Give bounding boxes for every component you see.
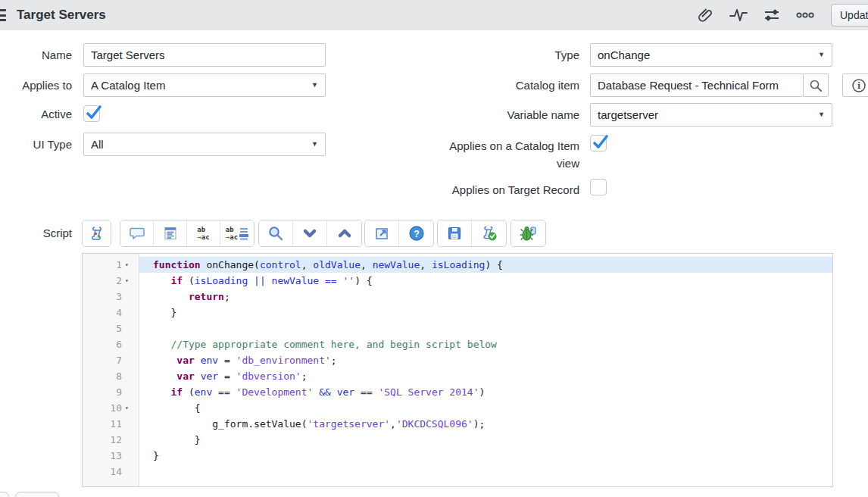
code-line: 6 //Type appropriate comment here, and b… <box>83 336 832 352</box>
save-script-button[interactable] <box>438 220 472 246</box>
debug-icon <box>520 225 538 242</box>
variable-name-value: targetserver <box>598 108 658 121</box>
variable-name-select[interactable]: targetserver ▼ <box>590 103 832 127</box>
help-button[interactable]: ? <box>399 220 433 246</box>
more-options-button[interactable] <box>795 6 815 24</box>
name-input[interactable] <box>83 43 326 67</box>
page-title: Target Servers <box>17 0 106 30</box>
attachment-button[interactable] <box>695 6 715 24</box>
catalog-item-label: Catalog item <box>454 73 579 97</box>
form-context-menu-icon[interactable] <box>0 9 6 24</box>
script-editor[interactable]: 1▾function onChange(control, oldValue, n… <box>82 253 833 487</box>
bottom-button-partial[interactable] <box>0 492 9 497</box>
comment-icon <box>129 226 145 241</box>
replace-all-icon: ab →ac <box>226 226 238 241</box>
help-icon: ? <box>408 225 425 242</box>
syntax-check-button[interactable] <box>472 220 506 246</box>
syntax-editor-toggle-button[interactable] <box>83 220 111 246</box>
open-in-new-window-icon <box>374 226 389 241</box>
chevron-up-icon <box>337 227 352 239</box>
ui-type-label: UI Type <box>0 133 72 156</box>
syntax-check-icon <box>481 225 498 242</box>
toolbar-group-find <box>258 220 362 247</box>
code-line: 10▾ { <box>83 400 832 416</box>
svg-text:?: ? <box>414 229 420 239</box>
ui-type-select[interactable]: All ▼ <box>83 133 326 156</box>
replace-all-button[interactable]: ab →ac <box>220 220 254 246</box>
replace-button[interactable]: ab →ac <box>187 220 220 246</box>
toolbar-group-syntax <box>82 220 111 247</box>
syntax-editor-icon <box>89 225 105 242</box>
check-icon <box>85 104 103 122</box>
svg-text:i: i <box>857 81 860 91</box>
code-area: 1▾function onChange(control, oldValue, n… <box>83 257 832 480</box>
search-button[interactable] <box>259 220 293 246</box>
type-value: onChange <box>598 48 650 61</box>
more-options-icon <box>795 6 815 24</box>
applies-catalog-view-checkbox[interactable] <box>590 135 607 152</box>
code-line: 8 var ver = 'dbversion'; <box>83 368 832 384</box>
search-icon <box>808 78 823 93</box>
name-label: Name <box>0 43 72 67</box>
find-next-button[interactable] <box>293 220 327 246</box>
reference-lookup-button[interactable] <box>803 73 829 97</box>
chevron-down-icon: ▼ <box>818 104 825 126</box>
code-line: 9 if (env == 'Development' && ver == 'SQ… <box>83 384 832 400</box>
lines-icon <box>239 226 248 241</box>
script-label: Script <box>0 221 72 245</box>
code-line: 5 <box>83 320 832 336</box>
code-line: 1▾function onChange(control, oldValue, n… <box>83 257 832 273</box>
open-in-new-window-button[interactable] <box>365 220 399 246</box>
code-line: 14 <box>83 464 832 480</box>
type-select[interactable]: onChange ▼ <box>590 43 832 67</box>
format-code-icon <box>163 226 178 241</box>
chevron-down-icon: ▼ <box>311 133 318 155</box>
applies-to-label: Applies to <box>0 73 72 97</box>
code-line: 3 return; <box>83 289 832 305</box>
code-line: 12 } <box>83 432 832 448</box>
toolbar-group-save <box>437 220 507 247</box>
toolbar-group-window: ? <box>364 220 434 247</box>
bottom-button-partial[interactable] <box>15 492 59 497</box>
personalize-form-button[interactable] <box>762 6 782 24</box>
code-line: 2▾ if (isLoading || newValue == '') { <box>83 273 832 289</box>
pulse-icon <box>729 6 748 24</box>
activity-stream-button[interactable] <box>729 6 748 24</box>
code-line: 11 g_form.setValue('targetserver','DKCDC… <box>83 416 832 432</box>
applies-target-record-checkbox[interactable] <box>590 179 607 195</box>
code-line: 7 var env = 'db_environment'; <box>83 352 832 368</box>
applies-target-record-label: Applies on Target Record <box>447 181 579 198</box>
ui-type-value: All <box>91 138 104 151</box>
preview-record-button[interactable]: i <box>842 73 868 97</box>
replace-icon: ab →ac <box>197 226 209 241</box>
info-icon: i <box>851 78 866 93</box>
catalog-item-input[interactable] <box>590 73 804 97</box>
paperclip-icon <box>695 6 715 24</box>
type-label: Type <box>454 43 579 67</box>
sliders-icon <box>762 6 782 24</box>
save-icon <box>447 226 462 241</box>
update-button[interactable]: Update <box>831 4 868 27</box>
chevron-down-icon: ▼ <box>818 44 825 66</box>
code-line: 13} <box>83 448 832 464</box>
active-checkbox[interactable] <box>83 105 100 122</box>
applies-to-select[interactable]: A Catalog Item ▼ <box>83 73 326 97</box>
chevron-down-icon: ▼ <box>311 74 318 96</box>
chevron-down-icon <box>302 227 317 239</box>
applies-catalog-view-label: Applies on a Catalog Item view <box>447 137 579 172</box>
variable-name-label: Variable name <box>454 103 579 127</box>
format-code-button[interactable] <box>154 220 187 246</box>
form-page: Target Servers Upd <box>0 0 868 497</box>
toolbar-group-edit: ab →ac ab →ac <box>120 220 254 247</box>
applies-to-value: A Catalog Item <box>91 79 165 92</box>
find-previous-button[interactable] <box>327 220 361 246</box>
check-icon <box>592 133 610 152</box>
search-icon <box>267 225 284 242</box>
debug-script-button[interactable] <box>511 220 545 246</box>
active-label: Active <box>0 102 72 126</box>
code-line: 4 } <box>83 305 832 320</box>
form-header: Target Servers Upd <box>0 0 868 30</box>
toolbar-group-debug <box>510 220 546 247</box>
toggle-comment-button[interactable] <box>120 220 154 246</box>
